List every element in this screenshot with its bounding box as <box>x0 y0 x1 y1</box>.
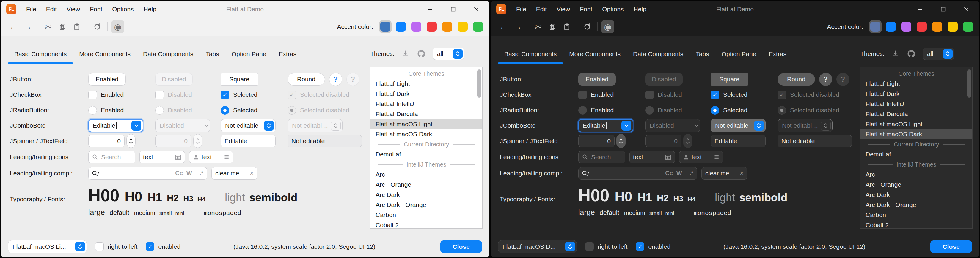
calendar-icon[interactable] <box>175 154 181 160</box>
tab-more-components[interactable]: More Components <box>73 51 137 63</box>
accent-swatch-default[interactable] <box>870 22 880 32</box>
copy-icon[interactable] <box>546 20 559 33</box>
theme-item-flatlaf-dark[interactable]: FlatLaf Dark <box>371 89 482 99</box>
theme-item-carbon[interactable]: Carbon <box>861 210 972 220</box>
whole-word-button[interactable]: W <box>186 170 192 177</box>
accent-swatch-default[interactable] <box>380 22 390 32</box>
spinner-up-down-icon[interactable] <box>616 134 625 148</box>
editable-textfield[interactable]: Editable <box>711 135 765 147</box>
menu-help[interactable]: Help <box>633 6 646 13</box>
theme-item-flatlaf-darcula[interactable]: FlatLaf Darcula <box>371 109 482 119</box>
enabled-button[interactable]: Enabled <box>578 73 616 85</box>
radio-selected[interactable] <box>221 106 229 115</box>
enabled-button[interactable]: Enabled <box>88 73 126 85</box>
regex-button[interactable]: .* <box>199 170 204 177</box>
clear-icon[interactable]: × <box>740 169 744 177</box>
back-icon[interactable]: ← <box>497 20 510 33</box>
round-button[interactable]: Round <box>288 73 325 85</box>
download-icon[interactable] <box>400 48 410 59</box>
theme-item-flatlaf-darcula[interactable]: FlatLaf Darcula <box>861 109 972 119</box>
user-input[interactable]: text <box>189 151 233 163</box>
search-dropdown-icon[interactable] <box>582 170 590 177</box>
accent-swatch-green[interactable] <box>963 22 973 32</box>
theme-item-flatlaf-light[interactable]: FlatLaf Light <box>861 79 972 89</box>
tab-option-pane[interactable]: Option Pane <box>225 51 273 63</box>
checkbox-selected[interactable]: ✓ <box>221 90 229 99</box>
tab-tabs[interactable]: Tabs <box>199 51 225 63</box>
themes-filter-combobox[interactable]: all <box>923 47 954 60</box>
look-and-feel-combobox[interactable]: FlatLaf macOS D... <box>498 240 577 253</box>
calendar-icon[interactable] <box>665 154 671 160</box>
chevron-down-icon[interactable] <box>621 121 631 131</box>
accent-swatch-green[interactable] <box>473 22 483 32</box>
clear-icon[interactable]: × <box>250 169 254 177</box>
paste-icon[interactable] <box>70 20 83 33</box>
theme-item-demolaf[interactable]: DemoLaf <box>861 149 972 160</box>
help-button[interactable]: ? <box>819 73 832 86</box>
search-dropdown-icon[interactable] <box>92 170 100 177</box>
not-editable-combobox[interactable]: Not editable <box>221 119 275 132</box>
menu-edit[interactable]: Edit <box>46 6 57 13</box>
theme-item-arc-dark[interactable]: Arc Dark <box>371 190 482 200</box>
theme-item-flatlaf-macos-light[interactable]: FlatLaf macOS Light <box>861 119 972 129</box>
theme-item-flatlaf-light[interactable]: FlatLaf Light <box>371 79 482 89</box>
theme-item-flatlaf-intellij[interactable]: FlatLaf IntelliJ <box>371 99 482 109</box>
radio-enabled[interactable] <box>88 106 97 115</box>
radio-enabled[interactable] <box>578 106 587 115</box>
accent-swatch-red[interactable] <box>427 22 437 32</box>
tab-more-components[interactable]: More Components <box>563 51 627 63</box>
square-button[interactable]: Square <box>221 73 258 85</box>
theme-item-arc-dark-orange[interactable]: Arc Dark - Orange <box>861 200 972 210</box>
theme-item-demolaf[interactable]: DemoLaf <box>371 149 482 160</box>
show-hidden-eye-icon[interactable]: ◉ <box>601 20 614 33</box>
right-to-left-checkbox[interactable] <box>95 242 104 251</box>
help-button[interactable]: ? <box>329 73 342 86</box>
close-button[interactable]: Close <box>440 241 482 253</box>
theme-item-flatlaf-macos-dark[interactable]: FlatLaf macOS Dark <box>861 129 972 139</box>
whole-word-button[interactable]: W <box>676 170 682 177</box>
square-button[interactable]: Square <box>711 73 748 85</box>
theme-item-arc-dark-orange[interactable]: Arc Dark - Orange <box>371 200 482 210</box>
theme-item-arc-orange[interactable]: Arc - Orange <box>861 180 972 190</box>
theme-item-arc[interactable]: Arc <box>861 169 972 180</box>
match-case-button[interactable]: Cc <box>665 170 673 177</box>
menu-list-icon[interactable] <box>713 154 719 160</box>
cut-icon[interactable]: ✂ <box>41 20 55 33</box>
minimize-icon[interactable] <box>917 6 923 13</box>
menu-edit[interactable]: Edit <box>536 6 547 13</box>
refresh-icon[interactable] <box>91 20 104 33</box>
menu-help[interactable]: Help <box>143 6 156 13</box>
checkbox-enabled[interactable] <box>88 90 97 99</box>
spinner-input[interactable]: 0 <box>88 135 124 147</box>
tab-data-components[interactable]: Data Components <box>137 51 199 63</box>
forward-icon[interactable]: → <box>511 20 524 33</box>
close-button[interactable]: Close <box>930 241 972 253</box>
paste-icon[interactable] <box>560 20 573 33</box>
date-input[interactable]: text <box>630 151 675 163</box>
match-case-button[interactable]: Cc <box>175 170 183 177</box>
theme-item-flatlaf-macos-light[interactable]: FlatLaf macOS Light <box>371 119 482 129</box>
theme-item-flatlaf-dark[interactable]: FlatLaf Dark <box>861 89 972 99</box>
right-to-left-checkbox[interactable] <box>585 242 594 251</box>
maximize-icon[interactable] <box>940 6 947 13</box>
scrollbar-thumb[interactable] <box>967 70 971 98</box>
accent-swatch-purple[interactable] <box>901 22 911 32</box>
theme-item-flatlaf-macos-dark[interactable]: FlatLaf macOS Dark <box>371 129 482 139</box>
menu-font[interactable]: Font <box>90 6 102 13</box>
refresh-icon[interactable] <box>581 20 594 33</box>
search-input[interactable]: Search <box>88 151 135 163</box>
tab-data-components[interactable]: Data Components <box>627 51 689 63</box>
radio-selected[interactable] <box>711 106 719 115</box>
user-input[interactable]: text <box>679 151 723 163</box>
round-button[interactable]: Round <box>778 73 815 85</box>
editable-combobox[interactable]: Editable <box>88 119 143 132</box>
editable-textfield[interactable]: Editable <box>221 135 275 147</box>
scrollbar-thumb[interactable] <box>477 70 481 98</box>
search-with-options-input[interactable]: Cc W .* <box>88 167 207 180</box>
menu-file[interactable]: File <box>516 6 526 13</box>
checkbox-selected[interactable]: ✓ <box>711 90 719 99</box>
clearable-input[interactable]: clear me × <box>702 167 748 180</box>
theme-item-flatlaf-intellij[interactable]: FlatLaf IntelliJ <box>861 99 972 109</box>
accent-swatch-orange[interactable] <box>932 22 942 32</box>
show-hidden-eye-icon[interactable]: ◉ <box>111 20 124 33</box>
